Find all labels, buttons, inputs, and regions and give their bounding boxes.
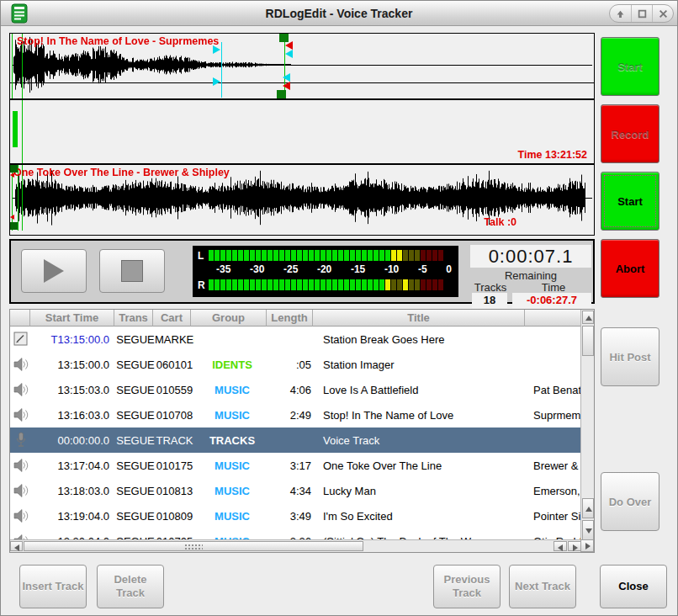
start-marker-handle-bottom[interactable] <box>10 222 18 230</box>
meter-segment <box>350 250 355 261</box>
meter-segment <box>338 279 343 290</box>
log-table-row[interactable]: 13:18:03.0SEGUE010813MUSIC4:34Lucky ManE… <box>10 478 582 503</box>
meter-segment <box>250 250 255 261</box>
cart-cell: 010809 <box>155 510 194 523</box>
horizontal-scrollbar[interactable] <box>10 539 582 552</box>
scroll-left-button-2[interactable] <box>554 541 567 551</box>
time-overlay: Time 13:21:52 <box>518 149 587 161</box>
side-button-abort[interactable]: Abort <box>601 239 659 298</box>
meter-segment <box>226 250 231 261</box>
trans-cell: SEGUE <box>116 485 155 497</box>
column-header-Length[interactable]: Length <box>267 310 313 327</box>
stop-icon <box>121 260 143 282</box>
next-track-title: One Toke Over The Line - Brewer & Shiple… <box>13 167 230 178</box>
remaining-label: Remaining <box>470 269 591 282</box>
meter-segment <box>238 279 243 290</box>
log-table-row[interactable]: 13:16:03.0SEGUE010708MUSIC2:49Stop! In T… <box>10 402 582 427</box>
meter-segment <box>215 250 220 261</box>
scroll-up-button[interactable] <box>582 311 594 324</box>
end-marker-handle-bottom[interactable] <box>283 82 290 90</box>
fade-marker-handle-top[interactable] <box>213 45 220 54</box>
meter-scale-tick: -20 <box>317 263 331 277</box>
fade-marker-handle-bottom[interactable] <box>213 77 220 86</box>
transport-panel: L -35-30-25-20-15-10-50 R 0:00:07.1 Rema… <box>9 239 595 304</box>
previous-track-button[interactable]: Previous Track <box>433 565 501 608</box>
close-icon[interactable] <box>652 5 673 22</box>
side-button-start-1[interactable]: Start <box>601 37 659 96</box>
title-cell: Lucky Man <box>316 485 527 497</box>
fade-handle-top[interactable] <box>285 50 293 58</box>
scroll-up-button-2[interactable] <box>582 498 594 518</box>
column-header-Cart[interactable]: Cart <box>153 310 191 327</box>
meter-segment <box>303 279 308 290</box>
right-meter-segments <box>209 279 453 290</box>
scroll-right-button[interactable] <box>568 541 581 551</box>
meter-segment <box>291 250 296 261</box>
talk-marker-handle-top[interactable] <box>10 173 14 178</box>
meter-segment <box>403 279 408 290</box>
log-table-row[interactable]: 13:17:04.0SEGUE010175MUSIC3:17One Toke O… <box>10 453 582 478</box>
meter-segment <box>379 279 384 290</box>
side-button-record[interactable]: Record <box>601 104 659 163</box>
meter-segment <box>385 250 390 261</box>
fade-handle-bottom[interactable] <box>283 73 290 82</box>
scrollbar-corner[interactable] <box>580 539 594 552</box>
start-time-cell: 13:18:03.0 <box>32 485 116 497</box>
waveform-panel-next-track[interactable]: One Toke Over The Line - Brewer & Shiple… <box>10 165 594 231</box>
horizontal-scroll-thumb[interactable] <box>24 541 363 551</box>
length-cell: 2:49 <box>270 409 316 422</box>
column-header-Trans[interactable]: Trans <box>114 310 153 327</box>
arrow-right-icon <box>585 543 591 550</box>
meter-segment <box>279 250 284 261</box>
start-marker-handle-top[interactable] <box>10 165 18 173</box>
log-table-row[interactable]: 13:19:04.0SEGUE010809MUSIC3:49I'm So Exc… <box>10 503 582 528</box>
meter-segment <box>244 279 249 290</box>
scroll-left-button[interactable] <box>10 541 23 551</box>
column-header-Group[interactable]: Group <box>191 310 267 327</box>
close-button[interactable]: Close <box>600 565 667 608</box>
meter-segment <box>421 279 426 290</box>
maximize-icon[interactable] <box>631 5 652 22</box>
delete-track-button[interactable]: Delete Track <box>97 565 164 608</box>
log-table-row[interactable]: 13:15:03.0SEGUE010559MUSIC4:06Love Is A … <box>10 377 582 402</box>
stop-button[interactable] <box>99 249 165 293</box>
meter-segment <box>415 279 420 290</box>
column-header-Start Time[interactable]: Start Time <box>30 310 114 327</box>
play-button[interactable] <box>21 249 87 293</box>
scroll-down-button[interactable] <box>582 520 594 540</box>
length-cell: 3:17 <box>270 459 316 472</box>
log-table-row[interactable]: T13:15:00.0SEGUEMARKERStation Break Goes… <box>10 327 582 352</box>
meter-segment <box>426 250 432 261</box>
meter-segment <box>267 279 273 290</box>
next-track-button[interactable]: Next Track <box>509 565 576 608</box>
log-table-row[interactable]: 13:15:00.0SEGUE060101IDENTS:05Station Im… <box>10 352 582 377</box>
previous-track-title: Stop! In The Name of Love - Suprmemes <box>17 35 219 47</box>
meter-segment <box>209 279 214 290</box>
waveform-panel-voice-track[interactable]: Time 13:21:52 <box>10 100 594 165</box>
insert-track-button[interactable]: Insert Track <box>19 565 87 608</box>
waveform-panel-previous-track[interactable]: Stop! In The Name of Love - Suprmemes <box>10 34 594 100</box>
side-button-hit-post[interactable]: Hit Post <box>601 327 659 386</box>
meter-segment <box>332 279 337 290</box>
side-button-do-over[interactable]: Do Over <box>601 472 659 531</box>
meter-segment <box>285 279 290 290</box>
column-header-blank[interactable] <box>525 310 582 327</box>
side-button-start-2[interactable]: Start <box>601 172 659 231</box>
vertical-scrollbar[interactable] <box>580 310 594 541</box>
vertical-scroll-thumb[interactable] <box>582 326 594 356</box>
meter-scale-tick: -5 <box>418 263 427 277</box>
meter-scale: -35-30-25-20-15-10-50 <box>198 262 453 279</box>
talk-marker-handle-bottom[interactable] <box>10 215 14 220</box>
meter-segment <box>403 250 408 261</box>
speaker-icon <box>10 508 32 523</box>
title-bar[interactable]: RDLogEdit - Voice Tracker <box>1 1 677 26</box>
column-header-Title[interactable]: Title <box>313 310 525 327</box>
trans-cell: SEGUE <box>116 459 155 472</box>
shade-icon[interactable] <box>610 5 631 22</box>
column-header-blank[interactable] <box>10 310 30 327</box>
log-table-row[interactable]: 00:00:00.0SEGUETRACKTRACKSVoice Track <box>10 427 582 453</box>
time-remaining-label: Time <box>524 281 583 294</box>
segue-marker-handle-bottom[interactable] <box>277 90 286 98</box>
end-marker-handle-top[interactable] <box>285 41 293 50</box>
meter-segment <box>362 279 367 290</box>
